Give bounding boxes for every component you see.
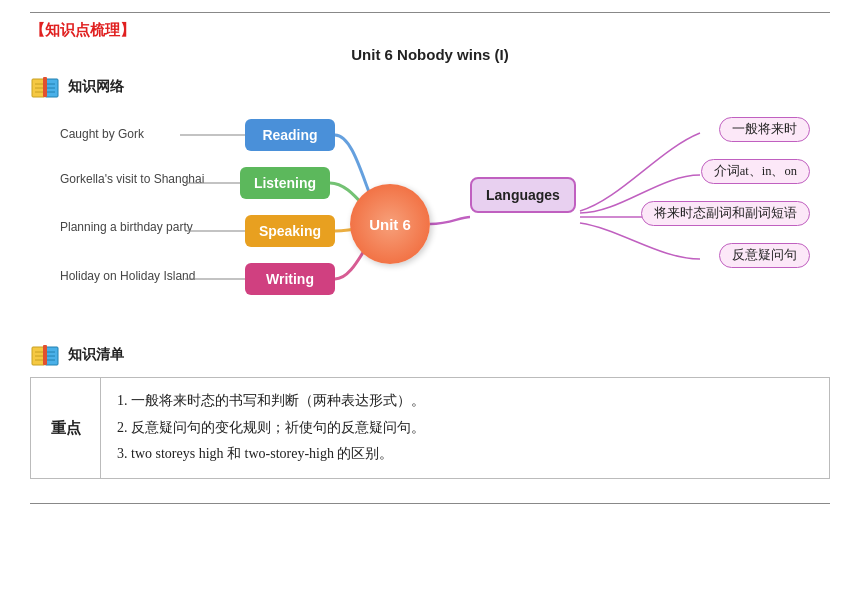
left-label-4: Holiday on Holiday Island (60, 269, 195, 283)
reading-node: Reading (245, 119, 335, 151)
lang-sub-2: 介词at、in、on (701, 159, 810, 184)
left-label-3: Planning a birthday party (60, 220, 193, 234)
svg-rect-2 (43, 77, 47, 97)
lang-sub-1: 一般将来时 (719, 117, 810, 142)
unit-title: Unit 6 Nobody wins (I) (0, 46, 860, 63)
lang-sub-3: 将来时态副词和副词短语 (641, 201, 810, 226)
section-title: 【知识点梳理】 (30, 21, 830, 40)
bottom-border (30, 503, 830, 504)
page: 【知识点梳理】 Unit 6 Nobody wins (I) 知识网络 (0, 0, 860, 608)
knowledge-network-section: 知识网络 (30, 73, 830, 329)
key-points-header: 重点 (31, 378, 101, 479)
network-heading: 知识网络 (30, 73, 830, 101)
key-point-1: 1. 一般将来时态的书写和判断（两种表达形式）。 (117, 388, 813, 415)
left-label-2: Gorkella's visit to Shanghai (60, 172, 204, 186)
list-heading: 知识清单 (30, 341, 830, 369)
key-points-table: 重点 1. 一般将来时态的书写和判断（两种表达形式）。 2. 反意疑问句的变化规… (30, 377, 830, 479)
mindmap-container: Caught by Gork Gorkella's visit to Shang… (40, 109, 820, 329)
listening-node: Listening (240, 167, 330, 199)
book-icon (30, 73, 62, 101)
center-node: Unit 6 (350, 184, 430, 264)
book-icon-2 (30, 341, 62, 369)
languages-node: Languages (470, 177, 576, 213)
network-heading-label: 知识网络 (68, 78, 124, 96)
top-border (30, 12, 830, 13)
key-point-3: 3. two storeys high 和 two-storey-high 的区… (117, 441, 813, 468)
svg-rect-15 (43, 345, 47, 365)
key-point-2: 2. 反意疑问句的变化规则；祈使句的反意疑问句。 (117, 415, 813, 442)
speaking-node: Speaking (245, 215, 335, 247)
lang-sub-4: 反意疑问句 (719, 243, 810, 268)
writing-node: Writing (245, 263, 335, 295)
list-heading-label: 知识清单 (68, 346, 124, 364)
table-row: 重点 1. 一般将来时态的书写和判断（两种表达形式）。 2. 反意疑问句的变化规… (31, 378, 830, 479)
left-label-1: Caught by Gork (60, 127, 144, 141)
knowledge-list-section: 知识清单 重点 1. 一般将来时态的书写和判断（两种表达形式）。 2. 反意疑问… (30, 341, 830, 479)
key-points-content: 1. 一般将来时态的书写和判断（两种表达形式）。 2. 反意疑问句的变化规则；祈… (101, 378, 830, 479)
